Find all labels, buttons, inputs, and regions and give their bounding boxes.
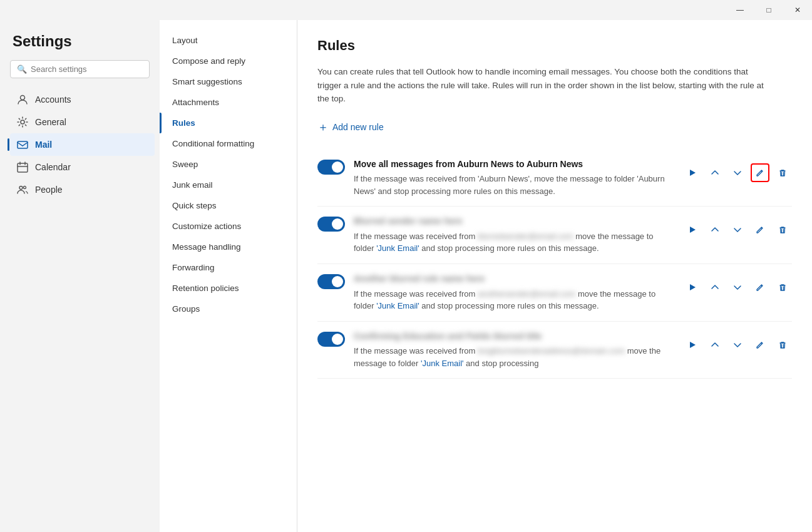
- edit-rule-button-4[interactable]: [751, 335, 769, 354]
- title-bar: — □ ✕: [0, 0, 812, 20]
- delete-rule-button-2[interactable]: [773, 220, 792, 239]
- subnav-sweep[interactable]: Sweep: [160, 154, 297, 175]
- move-up-button-3[interactable]: [706, 278, 724, 297]
- rule-item-2: Blurred sender name here If the message …: [317, 207, 792, 264]
- svg-point-4: [19, 187, 23, 190]
- delete-rule-button-3[interactable]: [773, 278, 792, 297]
- calendar-icon: [16, 161, 29, 173]
- subnav-layout[interactable]: Layout: [160, 30, 297, 51]
- edit-rule-button-2[interactable]: [751, 220, 769, 239]
- rule-desc-3: If the message was received from another…: [354, 288, 674, 312]
- rule-toggle-4[interactable]: [317, 332, 345, 347]
- subnav-customize-actions[interactable]: Customize actions: [160, 216, 297, 237]
- sidebar-item-mail[interactable]: Mail: [10, 133, 155, 156]
- rule-title-4: Confirming Education and Fields blurred …: [354, 330, 674, 343]
- search-icon: 🔍: [17, 64, 27, 74]
- search-input[interactable]: [31, 64, 143, 74]
- move-down-button-2[interactable]: [728, 220, 747, 239]
- add-rule-label: Add new rule: [332, 122, 384, 132]
- rule-desc-1: If the message was received from 'Auburn…: [354, 173, 674, 197]
- subnav-rules[interactable]: Rules: [160, 113, 297, 133]
- people-icon: [16, 183, 29, 196]
- rule-text-3: Another blurred rule name here If the me…: [354, 273, 674, 312]
- rule-actions-2: [683, 220, 792, 239]
- svg-rect-3: [18, 163, 28, 172]
- subnav-message-handling[interactable]: Message handling: [160, 237, 297, 257]
- run-rule-button-3[interactable]: [683, 278, 702, 297]
- sidebar-item-calendar-label: Calendar: [35, 162, 71, 172]
- sidebar: Settings 🔍 Accounts General: [0, 20, 160, 532]
- svg-point-5: [24, 187, 26, 189]
- subnav-conditional-formatting[interactable]: Conditional formatting: [160, 133, 297, 154]
- rule-text-1: Move all messages from Auburn News to Au…: [354, 158, 674, 198]
- subnav-forwarding[interactable]: Forwarding: [160, 257, 297, 278]
- minimize-button[interactable]: —: [726, 0, 754, 20]
- subnav-retention-policies[interactable]: Retention policies: [160, 278, 297, 299]
- move-up-button-1[interactable]: [706, 163, 724, 182]
- rule-actions-4: [683, 335, 792, 354]
- sidebar-item-mail-label: Mail: [35, 140, 52, 150]
- maximize-button[interactable]: □: [754, 0, 783, 20]
- edit-rule-button-1[interactable]: [751, 163, 769, 182]
- add-rule-button[interactable]: ＋ Add new rule: [317, 120, 384, 135]
- rule-title-2: Blurred sender name here: [354, 215, 674, 228]
- sidebar-item-calendar[interactable]: Calendar: [10, 156, 155, 178]
- run-rule-button-2[interactable]: [683, 220, 702, 239]
- run-rule-button-4[interactable]: [683, 335, 702, 354]
- sidebar-item-general-label: General: [35, 117, 66, 127]
- move-up-button-2[interactable]: [706, 220, 724, 239]
- subnav-quick-steps[interactable]: Quick steps: [160, 195, 297, 216]
- app-title: Settings: [10, 33, 160, 50]
- subnav-compose-reply[interactable]: Compose and reply: [160, 51, 297, 71]
- rule-title-1: Move all messages from Auburn News to Au…: [354, 158, 674, 171]
- search-box[interactable]: 🔍: [10, 60, 150, 78]
- svg-point-1: [21, 120, 24, 124]
- move-down-button-4[interactable]: [728, 335, 747, 354]
- add-icon: ＋: [317, 120, 329, 135]
- page-description: You can create rules that tell Outlook h…: [317, 65, 768, 106]
- rule-desc-2: If the message was received from blurred…: [354, 230, 674, 255]
- sub-nav: Layout Compose and reply Smart suggestio…: [160, 20, 297, 532]
- delete-rule-button-4[interactable]: [773, 335, 792, 354]
- subnav-attachments[interactable]: Attachments: [160, 92, 297, 113]
- rule-actions-1: [683, 163, 792, 182]
- app-window: Settings 🔍 Accounts General: [0, 20, 812, 532]
- general-icon: [16, 116, 29, 128]
- move-down-button-3[interactable]: [728, 278, 747, 297]
- sidebar-item-accounts-label: Accounts: [35, 95, 71, 105]
- sidebar-item-people[interactable]: People: [10, 178, 155, 201]
- rule-item-1: Move all messages from Auburn News to Au…: [317, 150, 792, 207]
- close-button[interactable]: ✕: [783, 0, 812, 20]
- move-down-button-1[interactable]: [728, 163, 747, 182]
- rule-toggle-3[interactable]: [317, 274, 345, 289]
- run-rule-button-1[interactable]: [683, 163, 702, 182]
- subnav-smart-suggestions[interactable]: Smart suggestions: [160, 71, 297, 92]
- rule-toggle-1[interactable]: [317, 160, 345, 175]
- main-content: Rules You can create rules that tell Out…: [297, 20, 812, 532]
- rule-desc-4: If the message was received from longblu…: [354, 345, 674, 369]
- mail-icon: [16, 138, 29, 151]
- accounts-icon: [16, 93, 29, 106]
- svg-rect-2: [18, 141, 28, 148]
- sidebar-item-accounts[interactable]: Accounts: [10, 88, 155, 111]
- rule-text-4: Confirming Education and Fields blurred …: [354, 330, 674, 370]
- sidebar-item-people-label: People: [35, 185, 63, 195]
- delete-rule-button-1[interactable]: [773, 163, 792, 182]
- rule-title-3: Another blurred rule name here: [354, 273, 674, 285]
- rule-item-4: Confirming Education and Fields blurred …: [317, 322, 792, 379]
- sidebar-item-general[interactable]: General: [10, 111, 155, 133]
- rule-toggle-2[interactable]: [317, 217, 345, 232]
- svg-point-0: [21, 96, 25, 100]
- edit-rule-button-3[interactable]: [751, 278, 769, 297]
- rule-text-2: Blurred sender name here If the message …: [354, 215, 674, 255]
- rule-actions-3: [683, 278, 792, 297]
- rule-item-3: Another blurred rule name here If the me…: [317, 264, 792, 322]
- page-title: Rules: [317, 38, 792, 54]
- move-up-button-4[interactable]: [706, 335, 724, 354]
- subnav-groups[interactable]: Groups: [160, 299, 297, 319]
- subnav-junk-email[interactable]: Junk email: [160, 175, 297, 195]
